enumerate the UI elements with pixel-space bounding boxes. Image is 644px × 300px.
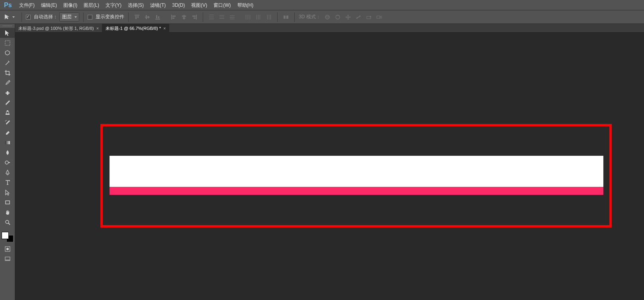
eyedropper-tool[interactable] <box>0 78 15 88</box>
auto-select-group: 自动选择： 图层 <box>26 12 79 22</box>
menu-window[interactable]: 窗口(W) <box>210 0 234 10</box>
clone-stamp-tool[interactable] <box>0 108 15 118</box>
document-tab-active[interactable]: 未标题-1 @ 66.7%(RGB/8) * × <box>102 24 169 33</box>
svg-rect-26 <box>230 19 235 19</box>
type-tool[interactable] <box>0 177 15 187</box>
auto-select-checkbox[interactable] <box>26 15 31 20</box>
lasso-tool[interactable] <box>0 48 15 58</box>
magic-wand-tool[interactable] <box>0 58 15 68</box>
distribute-bottom-icon[interactable] <box>228 13 237 22</box>
path-selection-tool[interactable] <box>0 187 15 197</box>
svg-point-38 <box>325 15 329 19</box>
menu-select[interactable]: 选择(S) <box>125 0 147 10</box>
svg-rect-33 <box>267 15 268 20</box>
svg-rect-43 <box>377 16 380 18</box>
workspace: 未标题-3.psd @ 100% (矩形 1, RGB/8) × 未标题-1 @… <box>0 24 644 300</box>
svg-rect-19 <box>209 17 214 17</box>
menu-view[interactable]: 视图(V) <box>188 0 210 10</box>
document-tab-label: 未标题-1 @ 66.7%(RGB/8) * <box>106 25 161 31</box>
svg-rect-16 <box>192 16 196 17</box>
close-tab-icon[interactable]: × <box>96 26 99 31</box>
hand-tool[interactable] <box>0 207 15 217</box>
orbit-3d-icon[interactable] <box>323 13 332 22</box>
svg-rect-31 <box>258 15 258 20</box>
healing-brush-tool[interactable] <box>0 88 15 98</box>
foreground-color-swatch[interactable] <box>2 232 9 239</box>
screen-mode-toggle[interactable] <box>0 254 15 264</box>
svg-rect-37 <box>286 16 288 19</box>
distribute-top-icon[interactable] <box>207 13 216 22</box>
svg-rect-5 <box>148 16 149 18</box>
svg-rect-22 <box>219 17 224 17</box>
svg-rect-24 <box>230 16 235 16</box>
align-vcenter-icon[interactable] <box>143 13 152 22</box>
distribute-vcenter-icon[interactable] <box>217 13 226 22</box>
align-left-icon[interactable] <box>169 13 178 22</box>
svg-rect-47 <box>6 114 10 115</box>
svg-rect-46 <box>7 91 8 95</box>
align-bottom-icon[interactable] <box>153 13 162 22</box>
svg-rect-36 <box>284 16 286 19</box>
crop-tool[interactable] <box>0 68 15 78</box>
blur-tool[interactable] <box>0 147 15 157</box>
menu-filter[interactable]: 滤镜(T) <box>147 0 169 10</box>
menu-file[interactable]: 文件(F) <box>16 0 38 10</box>
auto-select-dropdown[interactable]: 图层 <box>59 12 79 22</box>
menu-edit[interactable]: 编辑(E) <box>38 0 60 10</box>
svg-rect-32 <box>260 15 260 20</box>
divider <box>277 12 278 22</box>
svg-rect-35 <box>270 15 271 20</box>
menu-image[interactable]: 图像(I) <box>60 0 80 10</box>
quick-mask-toggle[interactable] <box>0 244 15 254</box>
show-transform-group: 显示变换控件 <box>88 14 124 20</box>
divider <box>83 12 84 22</box>
menu-layer[interactable]: 图层(L) <box>80 0 102 10</box>
svg-rect-20 <box>209 19 214 19</box>
menu-type[interactable]: 文字(Y) <box>102 0 125 10</box>
menubar: Ps 文件(F) 编辑(E) 图像(I) 图层(L) 文字(Y) 选择(S) 滤… <box>0 0 644 10</box>
zoom-tool[interactable] <box>0 217 15 227</box>
svg-rect-9 <box>171 15 172 20</box>
toolbox-grip[interactable] <box>0 24 15 28</box>
document-tab[interactable]: 未标题-3.psd @ 100% (矩形 1, RGB/8) × <box>15 24 102 33</box>
scale-3d-icon[interactable] <box>364 13 373 22</box>
history-brush-tool[interactable] <box>0 118 15 127</box>
rectangle-tool[interactable] <box>0 197 15 207</box>
svg-rect-44 <box>5 41 10 45</box>
move-tool[interactable] <box>0 28 15 38</box>
svg-rect-11 <box>172 18 174 19</box>
annotation-rectangle <box>100 124 612 227</box>
dodge-tool[interactable] <box>0 157 15 167</box>
svg-rect-13 <box>182 16 186 17</box>
align-edges-cluster <box>133 13 162 22</box>
close-tab-icon[interactable]: × <box>163 26 166 31</box>
pan-3d-icon[interactable] <box>344 13 352 22</box>
canvas-area[interactable] <box>15 33 644 300</box>
svg-rect-48 <box>7 110 8 112</box>
distribute-left-icon[interactable] <box>244 13 253 22</box>
tool-preset-picker[interactable] <box>2 14 18 21</box>
brush-tool[interactable] <box>0 98 15 108</box>
menu-help[interactable]: 帮助(H) <box>234 0 257 10</box>
svg-rect-14 <box>183 18 185 19</box>
marquee-tool[interactable] <box>0 38 15 48</box>
slide-3d-icon[interactable] <box>354 13 363 22</box>
auto-align-icon[interactable] <box>282 13 290 22</box>
color-swatches[interactable] <box>2 232 14 242</box>
show-transform-label: 显示变换控件 <box>96 14 124 20</box>
gradient-tool[interactable] <box>0 137 15 147</box>
pen-tool[interactable] <box>0 167 15 177</box>
align-hcenter-icon[interactable] <box>180 13 188 22</box>
align-right-icon[interactable] <box>190 13 199 22</box>
distribute-right-icon[interactable] <box>264 13 273 22</box>
roll-3d-icon[interactable] <box>333 13 342 22</box>
align-top-icon[interactable] <box>133 13 141 22</box>
svg-rect-29 <box>250 15 250 20</box>
camera-3d-icon[interactable] <box>375 13 384 22</box>
menu-3d[interactable]: 3D(D) <box>169 0 188 10</box>
svg-rect-3 <box>145 17 150 18</box>
eraser-tool[interactable] <box>0 127 15 137</box>
show-transform-checkbox[interactable] <box>88 15 92 20</box>
svg-point-50 <box>5 161 8 164</box>
distribute-hcenter-icon[interactable] <box>254 13 263 22</box>
